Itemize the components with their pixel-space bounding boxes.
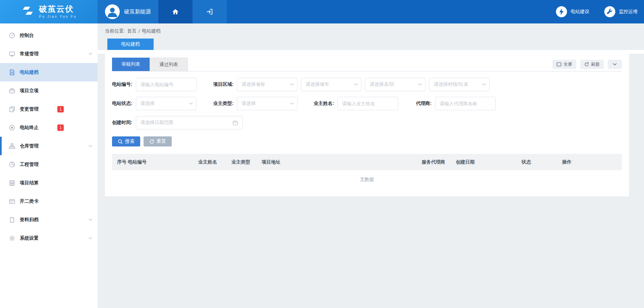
- nav-station-build[interactable]: 电站建设: [556, 0, 589, 23]
- avatar-icon: [105, 4, 120, 19]
- sidebar-item-console[interactable]: 控制台: [0, 26, 98, 45]
- sidebar-item-change-mgmt[interactable]: 变更管理 1: [0, 100, 98, 118]
- sidebar-item-project-initiation[interactable]: 项目立项: [0, 81, 98, 100]
- province-select[interactable]: 请选择省份: [237, 78, 298, 91]
- sidebar-item-label: 开二类卡: [20, 198, 39, 204]
- owner-name-input[interactable]: [337, 97, 398, 110]
- refresh-button[interactable]: 刷新: [580, 60, 604, 69]
- tab-passed-list[interactable]: 通过列表: [150, 58, 188, 71]
- sidebar-item-label: 系统设置: [20, 235, 39, 241]
- wrench-icon: [604, 6, 615, 17]
- top-header: 破茧云伏 Po Jian Yun Fu 破茧新能源: [0, 0, 644, 23]
- notification-badge: 1: [57, 124, 64, 131]
- breadcrumb-current: 电站建档: [142, 28, 161, 34]
- main-content: 当前位置: 首页 / 电站建档 电站建档 审核列表 通过列表 全屏: [98, 23, 644, 308]
- th-service-agent: 服务代理商: [422, 159, 456, 165]
- county-select-value: 请选择县/区: [370, 81, 394, 87]
- sidebar-item-station-archive[interactable]: 电站建档: [0, 63, 98, 81]
- refresh-icon: [584, 62, 589, 67]
- town-select[interactable]: 请选择村镇/街道: [429, 78, 490, 91]
- station-status-select[interactable]: 请选择: [136, 97, 197, 110]
- breadcrumb-prefix: 当前位置:: [105, 28, 125, 34]
- sidebar-item-engineering-mgmt[interactable]: 工程管理: [0, 155, 98, 174]
- station-no-input[interactable]: [136, 78, 197, 91]
- th-create-date: 创建日期: [456, 159, 522, 165]
- briefcase-icon: [9, 87, 15, 94]
- fullscreen-button[interactable]: 全屏: [552, 60, 576, 69]
- sidebar-item-general-mgmt[interactable]: 常规管理: [0, 45, 98, 63]
- sidebar-item-project-settlement[interactable]: 项目结算: [0, 174, 98, 192]
- logout-button[interactable]: [193, 0, 227, 23]
- sidebar-item-warehouse-mgmt[interactable]: 仓库管理: [0, 137, 98, 155]
- calculator-icon: [9, 180, 15, 186]
- owner-type-label: 业主类型:: [213, 101, 234, 107]
- region-label: 项目区域:: [213, 81, 234, 87]
- pie-chart-icon: [9, 161, 15, 168]
- sidebar-item-label: 工程管理: [20, 162, 39, 168]
- sidebar-item-label: 控制台: [20, 33, 34, 39]
- owner-type-select-value: 请选择: [241, 101, 256, 107]
- copy-icon: [9, 106, 15, 113]
- nav-monitor-ops-label: 监控运维: [619, 9, 638, 15]
- brand-logo-icon: [21, 5, 35, 18]
- province-select-value: 请选择省份: [241, 81, 265, 87]
- home-button[interactable]: [158, 0, 193, 23]
- panel-tools: 全屏 刷新: [552, 60, 622, 69]
- header-spacer: [227, 0, 541, 23]
- home-icon: [172, 8, 179, 15]
- fullscreen-label: 全屏: [564, 61, 572, 67]
- sidebar-item-open-card[interactable]: 开二类卡: [0, 192, 98, 210]
- th-actions: 操作: [562, 159, 617, 165]
- nav-monitor-ops[interactable]: 监控运维: [604, 0, 638, 23]
- chevron-down-icon: [354, 83, 358, 86]
- date-range-value: 请选择日期范围: [141, 120, 173, 126]
- search-button[interactable]: 搜索: [112, 136, 140, 146]
- owner-type-select[interactable]: 请选择: [237, 97, 298, 110]
- calendar-icon: [232, 120, 238, 126]
- breadcrumb-separator: /: [139, 28, 140, 34]
- date-range-picker[interactable]: 请选择日期范围: [136, 116, 243, 129]
- tab-bar-underline: [98, 50, 644, 54]
- fullscreen-icon: [556, 62, 561, 67]
- page-tab-station-archive[interactable]: 电站建档: [107, 39, 154, 50]
- company-name: 破茧新能源: [124, 8, 151, 15]
- city-select-value: 请选择城市: [306, 81, 329, 87]
- card-icon: [9, 198, 15, 205]
- table-empty-state: 无数据: [112, 170, 622, 189]
- th-station-no: 电站编号: [128, 159, 198, 165]
- sidebar-item-data-archive[interactable]: 资料归档: [0, 210, 98, 229]
- header-nav: 破茧新能源 电站建设: [98, 0, 644, 23]
- table-header: 序号 电站编号 业主姓名 业主类型 项目地址 服务代理商 创建日期 状态 操作: [112, 154, 622, 170]
- chevron-down-icon: [418, 83, 422, 86]
- tab-review-list[interactable]: 审核列表: [112, 58, 150, 71]
- sidebar-item-label: 电站终止: [20, 125, 39, 131]
- login-arrow-icon: [206, 8, 213, 15]
- create-time-label: 创建时间:: [112, 120, 132, 126]
- reset-button[interactable]: 重置: [144, 136, 172, 146]
- chevron-down-icon: [482, 83, 486, 86]
- breadcrumb: 当前位置: 首页 / 电站建档: [98, 23, 644, 39]
- chevron-down-icon: [290, 83, 294, 86]
- city-select[interactable]: 请选择城市: [301, 78, 362, 91]
- sidebar-item-label: 项目结算: [20, 180, 39, 186]
- brand-title: 破茧云伏: [39, 5, 76, 13]
- brand-logo: 破茧云伏 Po Jian Yun Fu: [0, 0, 98, 23]
- county-select[interactable]: 请选择县/区: [365, 78, 426, 91]
- chevron-down-icon: [89, 237, 92, 240]
- list-tabs-row: 审核列表 通过列表 全屏 刷新: [112, 54, 622, 71]
- sidebar-item-station-termination[interactable]: 电站终止 1: [0, 118, 98, 137]
- agent-input[interactable]: [435, 97, 496, 110]
- sitemap-icon: [9, 143, 15, 149]
- th-index: 序号: [117, 159, 128, 165]
- collapse-panel-button[interactable]: [608, 60, 622, 69]
- station-no-label: 电站编号:: [112, 81, 132, 87]
- th-project-address: 项目地址: [262, 159, 422, 165]
- th-status: 状态: [522, 159, 562, 165]
- user-menu[interactable]: 破茧新能源: [98, 0, 158, 23]
- sidebar-item-system-settings[interactable]: 系统设置: [0, 229, 98, 247]
- page-tab-bar: 电站建档: [98, 39, 644, 50]
- breadcrumb-home[interactable]: 首页: [127, 28, 137, 34]
- sidebar-item-label: 变更管理: [20, 106, 39, 112]
- th-owner-name: 业主姓名: [198, 159, 231, 165]
- sidebar-item-label: 项目立项: [20, 88, 39, 94]
